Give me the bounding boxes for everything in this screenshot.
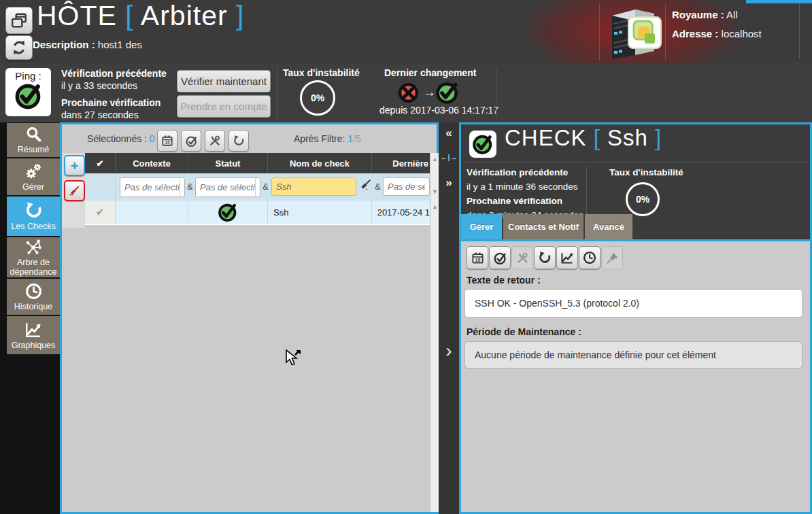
bracket-open: [ [594,125,600,150]
statusbar-divider [277,68,277,117]
tab-gerer[interactable]: Gérer [461,214,502,239]
check-status-badge [469,131,496,158]
and-separator: & [263,182,269,192]
tools-button-disabled[interactable] [511,246,533,269]
next-check-value: dans 27 secondes [61,109,160,121]
check-icon: ✔ [97,158,104,169]
host-description: Description : host1 des [33,39,142,50]
checks-table-panel: Sélectionnés : 0 15 [60,122,439,514]
add-row-button[interactable]: + [64,155,85,176]
refresh-button[interactable] [5,35,33,60]
tools-icon [516,252,529,264]
column-header-nom-de-check[interactable]: Nom de check [268,153,372,173]
pin-button-disabled[interactable] [601,246,623,269]
column-header-select[interactable]: ✔ [85,153,116,173]
flapping-value: 0% [311,92,324,103]
last-change-since: depuis 2017-03-06 14:17:17 [379,105,498,116]
statusbar-divider [496,68,496,117]
collapse-left-icon[interactable]: « [439,126,459,140]
mouse-cursor [284,349,302,371]
header-divider [799,4,800,58]
check-panel-header: CHECK [ Ssh ] Vérification précédente il… [461,124,810,239]
column-header-derniere[interactable]: Dernière [372,153,430,173]
svg-text:15: 15 [475,258,480,262]
sidebar-item-gerer[interactable]: Gérer [7,158,60,195]
ping-label: Ping : [15,70,41,82]
table-scrollbar[interactable]: ▲ ▼ ▲ [430,153,439,512]
line-chart-icon [560,251,574,264]
row-name-cell: Ssh [268,201,372,224]
maintenance-label: Période de Maintenance : [467,326,581,337]
row-select-cell[interactable]: ✔ [85,201,116,224]
retry-button[interactable] [229,130,249,152]
ok-check-icon [14,82,43,110]
resize-horizontal-icon[interactable]: ←|→ [439,153,459,161]
flapping-gauge: 0% [300,80,335,116]
pin-icon [606,252,619,264]
selected-count: 0 [150,133,155,144]
header-divider [599,4,600,60]
sidebar-item-resume[interactable]: Résumé [7,123,60,157]
next-check-block: Prochaine vérification dans 27 secondes [61,97,160,121]
output-text-input[interactable] [464,289,802,318]
change-arrow-icon: → [423,85,436,100]
critical-icon [397,82,420,107]
chevron-down-icon: ▼ [255,178,260,196]
window-button[interactable] [5,7,33,34]
timeperiod-button[interactable] [579,246,600,269]
plus-icon: + [71,159,79,173]
selected-count-line: Sélectionnés : 0 [87,133,155,144]
filter-statut-select[interactable]: Pas de sélecti ▼ [195,177,260,197]
acknowledge-selection-button[interactable] [181,130,201,152]
gears-icon [24,162,42,180]
tools-button[interactable] [205,130,225,152]
tab-avance[interactable]: Avancé [585,214,632,239]
sidebar: Résumé Gérer Les Checks [0,122,60,514]
server-icon [603,3,662,63]
and-separator: & [375,182,381,192]
retry-button[interactable] [534,246,556,269]
acknowledge-button[interactable]: Prendre en compte [177,95,271,118]
clear-name-filter-button[interactable] [359,178,372,194]
acknowledge-button[interactable] [489,246,511,269]
expand-right-icon[interactable]: » [439,176,459,190]
check-circle-icon [185,135,198,148]
next-check-label: Prochaine vérification [61,97,160,109]
svg-text:15: 15 [165,140,170,145]
open-panel-arrow-icon[interactable]: › [439,340,459,362]
dependency-tree-icon [24,238,42,256]
flapping-value: 0% [636,194,649,205]
downtime-button[interactable]: 15 [157,130,177,152]
ping-status-box[interactable]: Ping : [5,68,51,116]
bracket-close: ] [236,0,244,31]
sidebar-item-historique[interactable]: Historique [7,279,60,315]
filter-cell-select [85,173,116,201]
check-detail-panel: CHECK [ Ssh ] Vérification précédente il… [459,122,812,514]
column-header-statut[interactable]: Statut [188,153,268,173]
app-window: HÔTE [ Arbiter ] Description : host1 des [0,0,812,514]
downtime-button[interactable]: 15 [467,246,488,269]
filter-name-input[interactable] [271,177,356,196]
clear-filters-button[interactable] [64,180,85,201]
graph-button[interactable] [556,246,578,269]
windows-icon [10,12,28,29]
filter-contexte-select[interactable]: Pas de sélecti ▼ [120,177,185,197]
tab-contacts-et-notif[interactable]: Contacts et Notif [503,214,583,239]
sidebar-item-les-checks[interactable]: Les Checks [7,196,60,236]
row-statut-cell [188,201,268,224]
sidebar-item-arbre-dependance[interactable]: Arbre de dépendance [7,237,60,277]
prev-check-block: Vérification précédente il y a 33 second… [61,67,167,92]
last-change-label: Dernier changement [384,67,476,79]
line-chart-icon [24,321,42,339]
clock-icon [25,283,42,300]
column-header-contexte[interactable]: Contexte [116,153,188,173]
filter-derniere-input[interactable] [383,177,430,196]
broom-icon [69,185,80,196]
check-icon: ✔ [96,206,105,218]
sidebar-item-graphiques[interactable]: Graphiques [7,316,60,354]
check-name: Ssh [607,125,648,150]
top-accent-bar [746,0,812,3]
prev-check-label: Vérification précédente [61,67,167,80]
check-now-button[interactable]: Vérifier maintenant [177,70,271,92]
prev-check-value: il y a 1 minute 36 secondes [467,179,583,194]
